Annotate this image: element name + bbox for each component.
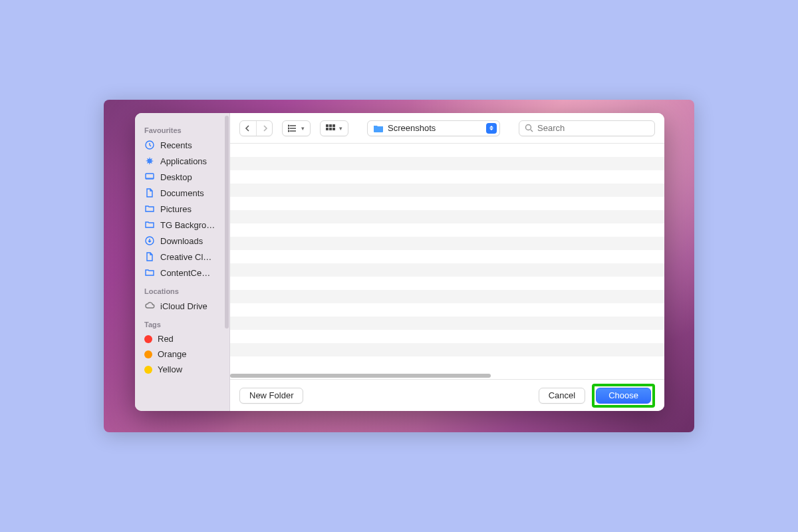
back-button[interactable] — [240, 121, 256, 136]
sidebar-item-desktop[interactable]: Desktop — [135, 169, 229, 185]
sidebar-item-applications[interactable]: Applications — [135, 153, 229, 169]
sidebar-item-label: Orange — [158, 349, 223, 359]
clock-icon — [144, 140, 155, 150]
tag-dot-icon — [144, 335, 152, 343]
sidebar-item-contentce[interactable]: ContentCe… — [135, 265, 229, 281]
stepper-icon — [486, 123, 497, 134]
sidebar-item-label: Pictures — [160, 204, 223, 214]
svg-rect-6 — [326, 124, 329, 127]
search-field[interactable] — [519, 120, 655, 136]
main-panel: ▾ ▾ Screenshots — [230, 113, 664, 411]
svg-rect-7 — [329, 124, 332, 127]
sidebar-item-label: Documents — [160, 188, 223, 198]
sidebar-item-label: Downloads — [160, 236, 223, 246]
new-folder-button[interactable]: New Folder — [239, 388, 303, 404]
scrollbar-thumb[interactable] — [230, 374, 491, 378]
folder-icon — [144, 219, 155, 230]
sidebar-section-tags: Tags — [135, 318, 229, 331]
sidebar-tag-red[interactable]: Red — [135, 331, 229, 346]
svg-point-3 — [288, 125, 289, 126]
svg-point-12 — [526, 125, 531, 130]
download-icon — [144, 235, 155, 246]
tag-dot-icon — [144, 350, 152, 358]
cancel-button[interactable]: Cancel — [539, 388, 585, 404]
sidebar-item-label: Red — [158, 334, 223, 344]
svg-point-4 — [288, 128, 289, 129]
folder-icon — [373, 124, 384, 133]
sidebar-item-creative-cl[interactable]: Creative Cl… — [135, 249, 229, 265]
tag-dot-icon — [144, 366, 152, 374]
document-icon — [144, 188, 155, 198]
file-picker-dialog: Favourites Recents Applications Desktop — [135, 113, 664, 411]
sidebar-item-downloads[interactable]: Downloads — [135, 233, 229, 249]
svg-rect-8 — [332, 124, 335, 127]
file-list[interactable] — [230, 144, 664, 379]
sidebar-section-favourites: Favourites — [135, 124, 229, 137]
sidebar-item-label: Creative Cl… — [160, 252, 223, 262]
search-input[interactable] — [537, 123, 649, 133]
location-name: Screenshots — [388, 123, 482, 133]
file-list-rows — [230, 144, 664, 379]
sidebar-item-label: iCloud Drive — [160, 301, 223, 311]
svg-point-5 — [288, 130, 289, 132]
dialog-footer: New Folder Cancel Choose — [230, 379, 664, 411]
svg-rect-11 — [332, 128, 335, 130]
group-button[interactable]: ▾ — [320, 120, 348, 136]
grid-icon — [326, 124, 335, 132]
folder-icon — [144, 203, 155, 214]
sidebar-tag-yellow[interactable]: Yellow — [135, 362, 229, 377]
nav-buttons — [239, 120, 273, 136]
svg-rect-9 — [326, 128, 329, 130]
sidebar-item-tg-backgro[interactable]: TG Backgro… — [135, 217, 229, 233]
sidebar: Favourites Recents Applications Desktop — [135, 113, 230, 411]
chevron-down-icon: ▾ — [339, 125, 342, 132]
sidebar-item-label: Applications — [160, 156, 223, 166]
document-icon — [144, 251, 155, 262]
svg-rect-10 — [329, 128, 332, 130]
desktop-wallpaper: Favourites Recents Applications Desktop — [104, 100, 694, 432]
sidebar-section-locations: Locations — [135, 285, 229, 298]
sidebar-item-label: Yellow — [158, 364, 223, 374]
sidebar-item-label: ContentCe… — [160, 268, 223, 278]
sidebar-item-pictures[interactable]: Pictures — [135, 201, 229, 217]
choose-button-highlight: Choose — [592, 384, 655, 408]
forward-button[interactable] — [256, 121, 272, 136]
sidebar-item-label: Recents — [160, 140, 223, 150]
choose-button[interactable]: Choose — [596, 388, 651, 404]
sidebar-scrollbar[interactable] — [225, 116, 229, 329]
sidebar-item-label: Desktop — [160, 172, 223, 182]
toolbar: ▾ ▾ Screenshots — [230, 113, 664, 144]
horizontal-scrollbar[interactable] — [230, 372, 664, 379]
sidebar-item-label: TG Backgro… — [160, 220, 223, 230]
sidebar-item-recents[interactable]: Recents — [135, 137, 229, 153]
folder-icon — [144, 267, 155, 278]
desktop-icon — [144, 172, 155, 182]
location-dropdown[interactable]: Screenshots — [367, 120, 500, 136]
chevron-down-icon: ▾ — [301, 125, 305, 132]
view-mode-button[interactable]: ▾ — [282, 120, 311, 136]
sidebar-item-documents[interactable]: Documents — [135, 185, 229, 201]
sidebar-tag-orange[interactable]: Orange — [135, 346, 229, 362]
search-icon — [525, 124, 533, 132]
applications-icon — [144, 156, 155, 166]
sidebar-item-icloud-drive[interactable]: iCloud Drive — [135, 298, 229, 314]
cloud-icon — [144, 301, 155, 311]
list-icon — [288, 124, 297, 132]
